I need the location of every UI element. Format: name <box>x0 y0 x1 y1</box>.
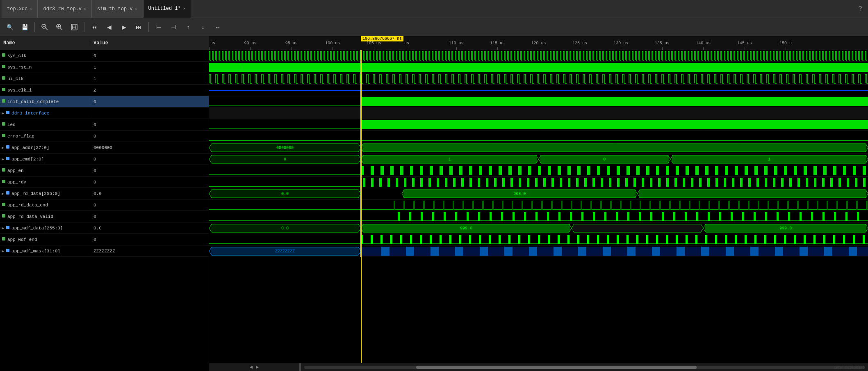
signal-value-sys_clk_i: Z <box>90 88 100 93</box>
signal-row-app_wdf_mask_31_0[interactable]: ▶app_wdf_mask[31:0]ZZZZZZZZ <box>0 245 209 257</box>
help-button[interactable]: ? <box>858 5 866 13</box>
expand-arrow-app_cmd_2_0[interactable]: ▶ <box>2 157 4 162</box>
header-value: Value <box>90 40 112 46</box>
signal-value-sys_clk: 0 <box>90 53 100 58</box>
signal-name-cell-app_en: app_en <box>0 168 90 173</box>
tab-close-untitled[interactable]: ✕ <box>183 6 186 11</box>
svg-line-1 <box>46 28 48 30</box>
signal-icon-app_wdf_data_255_0 <box>6 225 10 231</box>
signal-label-led: led <box>7 122 16 127</box>
svg-rect-15 <box>2 99 5 103</box>
signal-icon-sys_clk <box>2 53 6 58</box>
tab-close-sim[interactable]: ✕ <box>135 7 138 11</box>
tab-close-ddr3[interactable]: ✕ <box>84 7 87 11</box>
timeline-tick <box>209 47 210 50</box>
signal-value-ui_clk: 1 <box>90 76 100 81</box>
tab-bar: top.xdc ✕ ddr3_rw_top.v ✕ sim_tb_top.v ✕… <box>0 0 868 18</box>
expand-arrow-app_rd_data_255_0[interactable]: ▶ <box>2 191 4 196</box>
marker-a-button[interactable]: ⊢ <box>152 21 165 33</box>
search-button[interactable]: 🔍 <box>3 21 16 33</box>
timeline-tick <box>292 47 292 50</box>
signal-row-sys_clk[interactable]: sys_clk0 <box>0 50 209 62</box>
signal-row-app_cmd_2_0[interactable]: ▶app_cmd[2:0]0 <box>0 153 209 165</box>
signal-row-app_rd_data_255_0[interactable]: ▶app_rd_data[255:0]0.0 <box>0 188 209 199</box>
signal-row-app_rdy[interactable]: app_rdy0 <box>0 176 209 188</box>
expand-arrow-app_wdf_mask_31_0[interactable]: ▶ <box>2 249 4 254</box>
waveform-container: Name Value sys_clk0sys_rst_n1ui_clk1sys_… <box>0 36 868 371</box>
go-start-button[interactable]: ⏮ <box>88 21 101 33</box>
expand-arrow-app_wdf_data_255_0[interactable]: ▶ <box>2 226 4 231</box>
next-button[interactable]: ▶ <box>117 21 130 33</box>
signal-name-cell-app_rd_data_end: app_rd_data_end <box>0 202 90 208</box>
signal-icon-sys_clk_i <box>2 87 6 93</box>
timeline-tick <box>786 47 786 50</box>
signal-row-error_flag[interactable]: error_flag0 <box>0 131 209 142</box>
go-end-button[interactable]: ⏭ <box>132 21 145 33</box>
signal-row-sys_clk_i[interactable]: sys_clk_iZ <box>0 85 209 96</box>
signal-value-led: 0 <box>90 122 100 127</box>
timeline-label-110us: 110 us <box>449 41 464 46</box>
prev-button[interactable]: ◀ <box>103 21 116 33</box>
signal-icon-app_rdy <box>2 179 6 185</box>
timeline-label-105us: 105 us <box>367 41 381 46</box>
signal-row-app_rd_data_end[interactable]: app_rd_data_end0 <box>0 199 209 211</box>
signal-name-cell-app_rd_data_valid: app_rd_data_valid <box>0 214 90 219</box>
signal-value-sys_rst_n: 1 <box>90 65 100 70</box>
tab-ddr3-rw-top[interactable]: ddr3_rw_top.v ✕ <box>38 0 92 18</box>
signal-label-sys_clk_i: sys_clk_i <box>7 88 32 93</box>
signal-value-app_wdf_end: 0 <box>90 237 100 242</box>
timeline-label-85us: 85 us <box>209 41 215 46</box>
scroll-right-btn[interactable]: ▶ <box>256 364 259 370</box>
signal-icon-app_cmd_2_0 <box>6 156 10 162</box>
tab-untitled-1[interactable]: Untitled 1* ✕ <box>143 0 191 18</box>
signal-label-app_rd_data_end: app_rd_data_end <box>7 203 48 208</box>
signal-row-ddr3_interface[interactable]: ▶ddr3 interface <box>0 108 209 119</box>
measure-button[interactable]: ↔ <box>211 21 224 33</box>
signal-value-init_calib_complete: 0 <box>90 99 100 104</box>
cursor-up-button[interactable]: ↑ <box>182 21 195 33</box>
expand-arrow-ddr3_interface[interactable]: ▶ <box>2 111 4 116</box>
signal-row-led[interactable]: led0 <box>0 119 209 131</box>
waveform-canvas <box>209 50 868 257</box>
svg-rect-20 <box>6 157 9 160</box>
zoom-out-button[interactable] <box>38 21 51 33</box>
signal-row-app_addr_27_0[interactable]: ▶app_addr[27:0]0000000 <box>0 142 209 153</box>
timeline-tick <box>497 47 498 50</box>
cursor-down-button[interactable]: ↓ <box>196 21 210 33</box>
timeline-tick <box>407 47 407 50</box>
signal-name-cell-sys_clk: sys_clk <box>0 53 90 58</box>
signal-icon-app_addr_27_0 <box>6 145 10 150</box>
fit-button[interactable] <box>68 21 81 33</box>
signal-value-app_rdy: 0 <box>90 180 100 185</box>
zoom-in-button[interactable] <box>53 21 66 33</box>
svg-rect-12 <box>2 65 5 68</box>
signal-label-app_wdf_end: app_wdf_end <box>7 237 37 242</box>
tab-close-top-xdc[interactable]: ✕ <box>30 7 32 11</box>
save-button[interactable]: 💾 <box>18 21 31 33</box>
signal-row-app_rd_data_valid[interactable]: app_rd_data_valid0 <box>0 211 209 222</box>
expand-arrow-app_addr_27_0[interactable]: ▶ <box>2 145 4 150</box>
scroll-left-btn[interactable]: ◀ <box>250 364 253 370</box>
svg-rect-18 <box>2 134 5 137</box>
signal-row-app_en[interactable]: app_en0 <box>0 165 209 176</box>
horizontal-scrollbar[interactable] <box>304 366 865 369</box>
tab-sim-tb-top[interactable]: sim_tb_top.v ✕ <box>92 0 143 18</box>
svg-rect-22 <box>2 180 5 183</box>
signal-value-app_rd_data_end: 0 <box>90 203 100 208</box>
wave-body[interactable] <box>209 50 868 363</box>
marker-b-button[interactable]: ⊣ <box>167 21 180 33</box>
signal-row-init_calib_complete[interactable]: init_calib_complete0 <box>0 96 209 108</box>
timeline-tick <box>662 47 663 50</box>
scrollbar-thumb <box>416 366 697 369</box>
timeline-label-90us: 90 us <box>244 41 256 46</box>
signal-name-cell-app_wdf_mask_31_0: ▶app_wdf_mask[31:0] <box>0 248 90 254</box>
wave-panel[interactable]: 106.866766667 ns 85 us90 us95 us100 us10… <box>209 36 868 371</box>
signal-row-app_wdf_data_255_0[interactable]: ▶app_wdf_data[255:0]0.0 <box>0 222 209 234</box>
signal-row-ui_clk[interactable]: ui_clk1 <box>0 73 209 85</box>
signal-row-sys_rst_n[interactable]: sys_rst_n1 <box>0 62 209 73</box>
signal-row-app_wdf_end[interactable]: app_wdf_end0 <box>0 234 209 245</box>
signal-icon-app_wdf_end <box>2 237 6 242</box>
tab-top-xdc[interactable]: top.xdc ✕ <box>2 0 38 18</box>
signal-icon-app_wdf_mask_31_0 <box>6 248 10 254</box>
signal-label-app_addr_27_0: app_addr[27:0] <box>11 145 49 150</box>
